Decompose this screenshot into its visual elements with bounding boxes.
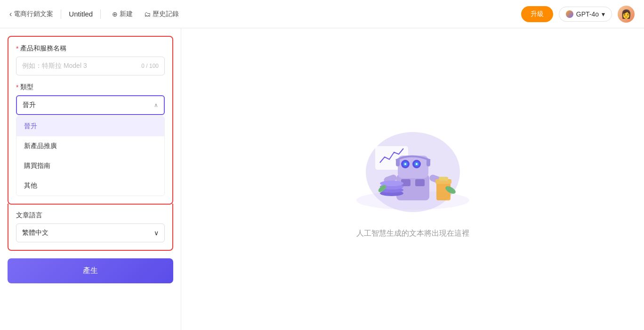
back-button[interactable]: ‹ 電商行銷文案	[9, 10, 53, 18]
type-dropdown: 晉升 新產品推廣 購買指南 其他	[16, 116, 165, 196]
header-left: ‹ 電商行銷文案 Untitled ⊕ 新建 🗂 歷史記錄	[9, 8, 521, 20]
type-required-star: *	[16, 83, 18, 91]
breadcrumb-title: 電商行銷文案	[14, 10, 53, 18]
new-button[interactable]: ⊕ 新建	[108, 8, 137, 20]
svg-rect-5	[415, 179, 425, 186]
gpt-selector[interactable]: GPT-4o ▾	[559, 7, 612, 22]
language-select[interactable]: 繁體中文 ∨	[16, 223, 165, 242]
header-right: 升級 GPT-4o ▾ 👩	[521, 6, 635, 23]
type-select[interactable]: 晉升 ∧	[16, 95, 165, 115]
avatar-icon: 👩	[621, 9, 631, 19]
type-field-label: * 類型	[16, 83, 165, 91]
untitled-label: Untitled	[69, 10, 93, 18]
language-field-label: 文章語言	[16, 211, 165, 220]
product-field-label: * 產品和服務名稱	[16, 44, 165, 53]
char-count: 0 / 100	[141, 63, 159, 69]
type-chevron-up-icon: ∧	[154, 102, 158, 108]
required-star: *	[16, 45, 18, 52]
type-section: * 類型 晉升 ∧ 晉升 新產品推廣 購買指南 其他	[16, 83, 165, 196]
form-section: * 產品和服務名稱 例如：特斯拉 Model 3 0 / 100 * 類型 晉升…	[8, 36, 173, 205]
type-option-1[interactable]: 新產品推廣	[16, 136, 164, 156]
product-label-text: 產品和服務名稱	[20, 44, 66, 53]
header-divider	[61, 9, 61, 19]
language-section: 文章語言 繁體中文 ∨	[8, 204, 173, 251]
generate-button[interactable]: 產生	[8, 258, 173, 283]
svg-point-9	[404, 163, 406, 165]
history-button[interactable]: 🗂 歷史記錄	[140, 8, 183, 20]
language-selected-value: 繁體中文	[22, 229, 48, 237]
language-chevron-down-icon: ∨	[154, 229, 159, 237]
language-label-text: 文章語言	[16, 211, 42, 220]
gpt-icon	[566, 10, 573, 18]
gpt-label: GPT-4o	[576, 10, 599, 18]
header: ‹ 電商行銷文案 Untitled ⊕ 新建 🗂 歷史記錄 升級 GPT-4o …	[0, 0, 644, 28]
type-label-text: 類型	[20, 83, 33, 91]
type-option-0[interactable]: 晉升	[16, 116, 164, 136]
avatar[interactable]: 👩	[618, 6, 635, 23]
svg-rect-23	[439, 177, 448, 181]
gpt-chevron-icon: ▾	[602, 10, 605, 18]
back-arrow-icon: ‹	[9, 10, 12, 18]
main-layout: * 產品和服務名稱 例如：特斯拉 Model 3 0 / 100 * 類型 晉升…	[0, 28, 644, 330]
type-option-2[interactable]: 購買指南	[16, 156, 164, 176]
ai-illustration	[347, 120, 479, 214]
header-divider2	[100, 9, 101, 19]
left-panel: * 產品和服務名稱 例如：特斯拉 Model 3 0 / 100 * 類型 晉升…	[0, 28, 181, 330]
product-input[interactable]: 例如：特斯拉 Model 3 0 / 100	[16, 57, 165, 75]
svg-point-12	[416, 163, 418, 165]
right-panel: 人工智慧生成的文本將出現在這裡	[181, 28, 644, 330]
type-selected-value: 晉升	[23, 101, 36, 109]
new-icon: ⊕	[112, 10, 118, 18]
type-option-3[interactable]: 其他	[16, 176, 164, 196]
history-label: 歷史記錄	[153, 10, 179, 18]
ai-placeholder-text: 人工智慧生成的文本將出現在這裡	[356, 229, 469, 239]
product-placeholder: 例如：特斯拉 Model 3	[22, 62, 87, 70]
new-label: 新建	[120, 10, 133, 18]
upgrade-button[interactable]: 升級	[521, 6, 553, 22]
history-icon: 🗂	[144, 10, 151, 18]
